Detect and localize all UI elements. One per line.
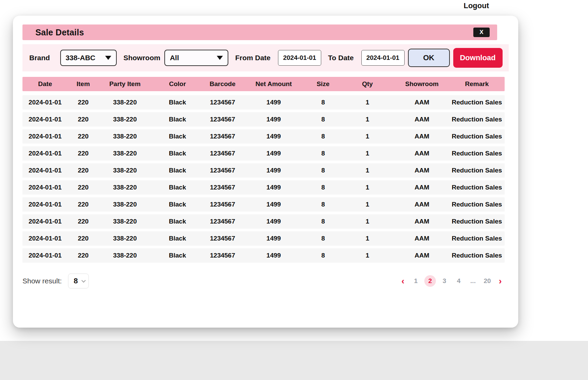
table-cell: 2024-01-01 — [22, 167, 68, 174]
filter-bar: Brand 338-ABC Showroom All From Date 202… — [22, 44, 509, 71]
table-cell: 220 — [68, 218, 99, 225]
pagination-page-2[interactable]: 2 — [424, 275, 436, 287]
pagination-page-20[interactable]: 20 — [481, 275, 493, 287]
table-header: DateItemParty ItemColorBarcodeNet Amount… — [22, 77, 505, 91]
ok-button[interactable]: OK — [408, 49, 450, 67]
table-cell: 8 — [306, 218, 340, 225]
table-cell: 1234567 — [204, 167, 242, 174]
table-cell: 8 — [306, 167, 340, 174]
table-cell: Black — [151, 184, 203, 191]
table-cell: 338-220 — [99, 235, 151, 242]
table-cell: AAM — [395, 150, 449, 157]
table-cell: 338-220 — [99, 133, 151, 140]
chevron-down-icon — [217, 56, 223, 60]
table-cell: 220 — [68, 235, 99, 242]
table-cell: Reduction Sales — [449, 184, 505, 191]
table-cell: AAM — [395, 235, 449, 242]
close-button[interactable]: X — [473, 28, 490, 37]
chevron-down-icon — [105, 56, 111, 60]
table-cell: Black — [151, 235, 203, 242]
table-cell: 8 — [306, 150, 340, 157]
column-header: Party Item — [99, 80, 151, 88]
table-cell: 2024-01-01 — [22, 218, 68, 225]
table-cell: 8 — [306, 99, 340, 106]
table-cell: Reduction Sales — [449, 133, 505, 140]
show-result-label: Show result: — [22, 277, 62, 285]
download-button[interactable]: Download — [453, 48, 503, 68]
table-cell: AAM — [395, 167, 449, 174]
pagination-page-4[interactable]: 4 — [453, 275, 464, 287]
table-cell: 338-220 — [99, 184, 151, 191]
table-cell: 1 — [340, 201, 395, 208]
top-bar: Logout — [0, 0, 588, 12]
table-cell: 220 — [68, 150, 99, 157]
pagination-ellipsis: ... — [467, 275, 479, 287]
pagination-next-button[interactable]: › — [496, 275, 505, 287]
table-cell: 2024-01-01 — [22, 99, 68, 106]
table-cell: 1 — [340, 99, 395, 106]
table-row: 2024-01-01220338-220Black1234567149981AA… — [22, 180, 505, 195]
table-cell: 338-220 — [99, 252, 151, 259]
table-cell: 8 — [306, 252, 340, 259]
pagination-page-1[interactable]: 1 — [410, 275, 422, 287]
table-cell: Black — [151, 218, 203, 225]
table-cell: Reduction Sales — [449, 150, 505, 157]
table-cell: 338-220 — [99, 218, 151, 225]
column-header: Remark — [449, 80, 505, 88]
table-cell: 1234567 — [204, 252, 242, 259]
column-header: Date — [22, 80, 68, 88]
table-cell: Reduction Sales — [449, 201, 505, 208]
table-cell: AAM — [395, 116, 449, 123]
table-cell: 2024-01-01 — [22, 150, 68, 157]
app-window: Logout Sale Details X Brand 338-ABC Show… — [0, 0, 588, 341]
table-cell: Black — [151, 201, 203, 208]
to-date-label: To Date — [328, 54, 354, 62]
table-cell: AAM — [395, 252, 449, 259]
dialog-title: Sale Details — [35, 28, 84, 37]
table-cell: 1234567 — [204, 99, 242, 106]
table-row: 2024-01-01220338-220Black1234567149981AA… — [22, 214, 505, 229]
pagination-page-3[interactable]: 3 — [439, 275, 450, 287]
pagination-prev-button[interactable]: ‹ — [398, 275, 407, 287]
table-cell: Black — [151, 116, 203, 123]
column-header: Net Amount — [241, 80, 306, 88]
to-date-input[interactable]: 2024-01-01 — [361, 50, 405, 66]
table-cell: Black — [151, 167, 203, 174]
column-header: Size — [306, 80, 340, 88]
page-size-value: 8 — [74, 277, 78, 285]
table-cell: 1234567 — [204, 218, 242, 225]
showroom-label: Showroom — [124, 54, 161, 62]
table-cell: 220 — [68, 99, 99, 106]
table-cell: 2024-01-01 — [22, 116, 68, 123]
table-cell: 8 — [306, 235, 340, 242]
table-cell: 1499 — [241, 252, 306, 259]
table-cell: 1234567 — [204, 201, 242, 208]
table-cell: 338-220 — [99, 150, 151, 157]
table-cell: 1 — [340, 184, 395, 191]
table-row: 2024-01-01220338-220Black1234567149981AA… — [22, 129, 505, 144]
page-size-select[interactable]: 8 — [68, 274, 89, 288]
column-header: Barcode — [204, 80, 242, 88]
show-result-control: Show result: 8 — [22, 274, 89, 288]
table-cell: 338-220 — [99, 116, 151, 123]
table-row: 2024-01-01220338-220Black1234567149981AA… — [22, 95, 505, 110]
table-cell: 1 — [340, 167, 395, 174]
table-cell: AAM — [395, 99, 449, 106]
table-cell: 1499 — [241, 116, 306, 123]
brand-select[interactable]: 338-ABC — [60, 50, 117, 66]
dialog-titlebar: Sale Details X — [22, 24, 497, 40]
table-cell: 1499 — [241, 99, 306, 106]
table-cell: 338-220 — [99, 201, 151, 208]
table-cell: Reduction Sales — [449, 99, 505, 106]
from-date-input[interactable]: 2024-01-01 — [278, 50, 321, 66]
table-cell: Reduction Sales — [449, 218, 505, 225]
table-cell: 1499 — [241, 201, 306, 208]
logout-button[interactable]: Logout — [463, 1, 489, 10]
table-row: 2024-01-01220338-220Black1234567149981AA… — [22, 163, 505, 178]
showroom-select[interactable]: All — [164, 50, 228, 66]
table-cell: 2024-01-01 — [22, 235, 68, 242]
table-cell: Reduction Sales — [449, 252, 505, 259]
table-cell: 2024-01-01 — [22, 133, 68, 140]
table-row: 2024-01-01220338-220Black1234567149981AA… — [22, 248, 505, 263]
column-header: Item — [68, 80, 99, 88]
